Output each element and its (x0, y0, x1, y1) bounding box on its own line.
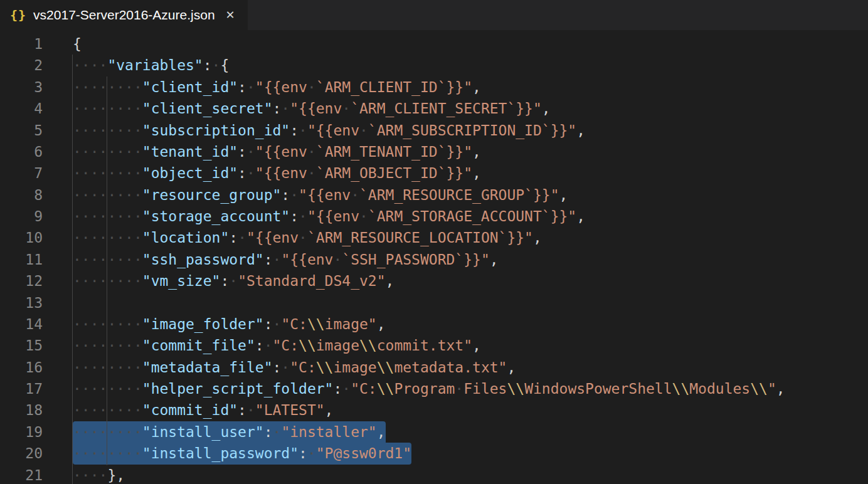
code-line[interactable]: 16········"metadata_file":·"C:\\image\\m… (0, 357, 868, 378)
code-line[interactable]: 13 (0, 292, 868, 313)
code-line[interactable]: 8········"resource_group":·"{{env·`ARM_R… (0, 184, 868, 206)
line-number: 1 (0, 33, 43, 55)
close-tab-icon[interactable]: ✕ (226, 9, 235, 21)
line-number: 10 (0, 227, 43, 248)
whitespace-dots: · (307, 165, 316, 181)
token-key: "install_password" (142, 445, 299, 461)
token-key: "helper_script_folder" (142, 381, 334, 397)
token-pun: , (377, 316, 386, 332)
whitespace-dots: · (273, 316, 282, 332)
whitespace-dots: · (246, 165, 255, 181)
token-esc: \\ (307, 316, 325, 332)
token-pun: , (472, 144, 481, 160)
whitespace-dots: ········ (73, 122, 142, 139)
code-text: ········"helper_script_folder":·"C:\\Pro… (73, 378, 785, 399)
whitespace-dots: ········ (73, 359, 142, 376)
code-line[interactable]: 15········"commit_file":·"C:\\image\\com… (0, 335, 868, 356)
code-line[interactable]: 14········"image_folder":·"C:\\image", (0, 313, 868, 335)
line-number: 21 (0, 465, 43, 484)
whitespace-dots: ········ (73, 229, 142, 246)
code-text: ········"subscription_id":·"{{env·`ARM_S… (73, 120, 585, 141)
line-number: 6 (0, 141, 43, 162)
token-pun: : (238, 402, 246, 418)
whitespace-dots: · (359, 122, 368, 139)
code-text: ········"storage_account":·"{{env·`ARM_S… (73, 206, 585, 227)
token-esc: \\ (377, 359, 394, 376)
line-number: 15 (0, 335, 43, 356)
whitespace-dots: · (273, 424, 282, 440)
line-number: 16 (0, 357, 43, 378)
whitespace-dots: ········ (73, 165, 142, 181)
token-pun: , (472, 337, 481, 354)
whitespace-dots: · (246, 79, 255, 95)
code-line[interactable]: 5········"subscription_id":·"{{env·`ARM_… (0, 120, 868, 141)
token-str: Modules (689, 381, 750, 397)
token-pun: , (576, 208, 585, 224)
code-line[interactable]: 9········"storage_account":·"{{env·`ARM_… (0, 206, 868, 227)
token-str: "P@ssw0rd1" (316, 445, 411, 461)
token-pun: : (238, 79, 246, 95)
code-text: ········"resource_group":·"{{env·`ARM_RE… (73, 184, 568, 206)
code-editor[interactable]: 1{2····"variables":·{3········"client_id… (0, 30, 868, 484)
token-key: "object_id" (142, 165, 238, 181)
whitespace-dots: · (299, 122, 307, 139)
code-line[interactable]: 2····"variables":·{ (0, 55, 868, 76)
code-line[interactable]: 20········"install_password":·"P@ssw0rd1… (0, 443, 868, 464)
code-text: ········"tenant_id":·"{{env·`ARM_TENANT_… (73, 141, 481, 162)
token-str: "{{env (246, 229, 299, 246)
token-pun: , (490, 251, 499, 268)
token-pun: , (507, 359, 516, 376)
code-text: ········"image_folder":·"C:\\image", (73, 313, 386, 335)
whitespace-dots: · (238, 229, 246, 246)
token-esc: \\ (507, 381, 524, 397)
token-str: "LATEST" (255, 402, 325, 418)
code-line[interactable]: 7········"object_id":·"{{env·`ARM_OBJECT… (0, 162, 868, 184)
whitespace-dots: ········ (73, 316, 142, 332)
code-text: ········"location":·"{{env·`ARM_RESOURCE… (73, 227, 542, 248)
editor-lines: 1{2····"variables":·{3········"client_id… (0, 33, 868, 484)
token-str: " (768, 381, 776, 397)
token-esc: \\ (316, 359, 334, 376)
code-line[interactable]: 19········"install_user":·"installer", (0, 421, 868, 443)
code-line[interactable]: 10········"location":·"{{env·`ARM_RESOUR… (0, 227, 868, 248)
code-line[interactable]: 6········"tenant_id":·"{{env·`ARM_TENANT… (0, 141, 868, 162)
code-line[interactable]: 4········"client_secret":·"{{env·`ARM_CL… (0, 98, 868, 119)
code-line[interactable]: 1{ (0, 33, 868, 55)
whitespace-dots: ········ (73, 144, 142, 160)
token-esc: \\ (299, 337, 316, 354)
token-str: Program (394, 381, 455, 397)
whitespace-dots: ········ (73, 402, 142, 418)
line-number: 19 (0, 421, 43, 443)
token-pun: : (264, 424, 273, 440)
token-str: `ARM_SUBSCRIPTION_ID`}}" (368, 122, 576, 139)
whitespace-dots: · (307, 144, 316, 160)
token-pun: : (299, 445, 307, 461)
code-text: ········"client_secret":·"{{env·`ARM_CLI… (73, 98, 551, 119)
tab-vs2017-server2016-azure[interactable]: {} vs2017-Server2016-Azure.json ✕ (0, 0, 248, 30)
whitespace-dots: · (273, 251, 282, 268)
token-str: "{{env (255, 144, 307, 160)
whitespace-dots: · (290, 187, 299, 203)
code-text: ········"metadata_file":·"C:\\image\\met… (73, 357, 516, 378)
code-line[interactable]: 11········"ssh_password":·"{{env·`SSH_PA… (0, 249, 868, 270)
code-line[interactable]: 12········"vm_size":·"Standard_DS4_v2", (0, 270, 868, 292)
code-line[interactable]: 18········"commit_id":·"LATEST", (0, 399, 868, 421)
code-line[interactable]: 17········"helper_script_folder":·"C:\\P… (0, 378, 868, 399)
token-str: "{{env (299, 187, 351, 203)
code-line[interactable]: 21····}, (0, 465, 868, 484)
vscode-window: {} vs2017-Server2016-Azure.json ✕ 1{2···… (0, 0, 868, 484)
token-pun: , (533, 229, 542, 246)
token-str: `ARM_CLIENT_SECRET`}}" (351, 100, 542, 117)
token-pun: : (238, 165, 246, 181)
token-pun: : (229, 229, 238, 246)
token-pun: , (386, 273, 394, 289)
token-str: `ARM_CLIENT_ID`}}" (316, 79, 472, 95)
token-pun: , (542, 100, 551, 117)
line-number: 4 (0, 98, 43, 119)
token-str: image" (325, 316, 377, 332)
token-str: `ARM_OBJECT_ID`}}" (316, 165, 472, 181)
code-line[interactable]: 3········"client_id":·"{{env·`ARM_CLIENT… (0, 76, 868, 98)
token-pun: , (472, 79, 481, 95)
token-str: "{{env (255, 79, 307, 95)
whitespace-dots: ········ (73, 337, 142, 354)
